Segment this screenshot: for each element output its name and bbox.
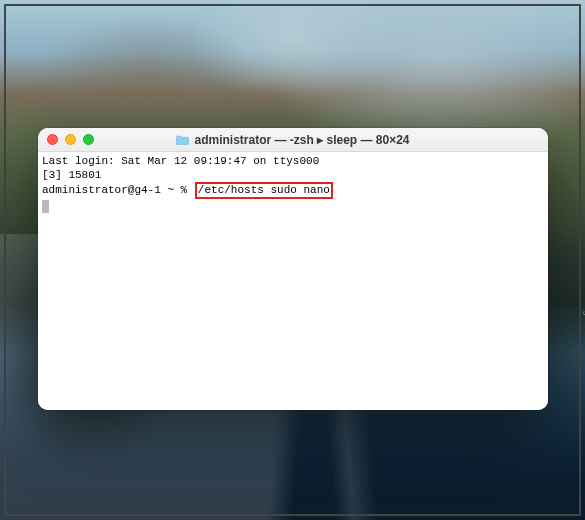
folder-icon [176,135,189,145]
close-icon[interactable] [47,134,58,145]
highlighted-command: /etc/hosts sudo nano [195,182,333,199]
prompt-text: administrator@g4-1 ~ % [42,184,194,196]
terminal-line: Last login: Sat Mar 12 09:19:47 on ttys0… [42,154,544,168]
terminal-window[interactable]: administrator — -zsh ▸ sleep — 80×24 Las… [38,128,548,410]
minimize-icon[interactable] [65,134,76,145]
terminal-prompt-line: administrator@g4-1 ~ % /etc/hosts sudo n… [42,182,544,199]
terminal-cursor-line [42,199,544,213]
cursor-icon [42,200,49,213]
window-title: administrator — -zsh ▸ sleep — 80×24 [194,133,409,147]
title-wrap: administrator — -zsh ▸ sleep — 80×24 [38,133,548,147]
terminal-body[interactable]: Last login: Sat Mar 12 09:19:47 on ttys0… [38,152,548,410]
terminal-line: [3] 15801 [42,168,544,182]
traffic-lights [38,134,94,145]
window-titlebar[interactable]: administrator — -zsh ▸ sleep — 80×24 [38,128,548,152]
maximize-icon[interactable] [83,134,94,145]
